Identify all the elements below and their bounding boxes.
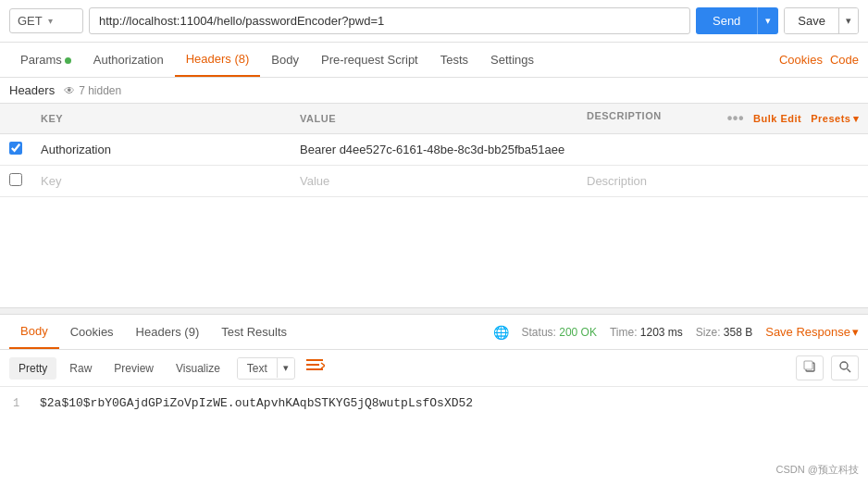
tab-authorization[interactable]: Authorization: [82, 44, 175, 76]
top-bar: GET ▾ Send ▾ Save ▾: [0, 0, 868, 43]
request-tabs: Params Authorization Headers (8) Body Pr…: [0, 43, 868, 78]
method-select[interactable]: GET ▾: [9, 8, 83, 33]
save-response-button[interactable]: Save Response ▾: [765, 325, 859, 339]
svg-rect-1: [306, 364, 319, 366]
params-dot: [65, 57, 71, 64]
save-response-chevron-icon: ▾: [852, 325, 859, 339]
hidden-count: 7 hidden: [79, 84, 121, 97]
text-select-dropdown[interactable]: ▾: [277, 358, 294, 378]
watermark: CSDN @预立科技: [776, 463, 859, 477]
resp-tab-test-results[interactable]: Test Results: [210, 316, 298, 348]
resp-tab-body[interactable]: Body: [9, 315, 59, 349]
format-visualize[interactable]: Visualize: [167, 357, 229, 380]
svg-line-6: [848, 369, 851, 373]
send-button[interactable]: Send: [696, 7, 757, 34]
row-checkbox[interactable]: [9, 142, 22, 155]
response-body: 1 $2a$10$rbY0GAjdGPiZoVpIzWE.outApvhKAqb…: [0, 387, 868, 442]
resp-tab-cookies[interactable]: Cookies: [59, 316, 125, 348]
th-key: KEY: [31, 104, 291, 134]
cookies-link[interactable]: Cookies: [779, 53, 823, 67]
response-status-area: 🌐 Status: 200 OK Time: 1203 ms Size: 358…: [493, 325, 859, 340]
presets-chevron-icon: ▾: [853, 113, 860, 125]
empty-row-key[interactable]: Key: [31, 166, 291, 197]
row-value: Bearer d4ee527c-6161-48be-8c3d-bb25fba51…: [291, 134, 577, 166]
tab-pre-request[interactable]: Pre-request Script: [310, 44, 429, 76]
send-btn-group: Send ▾: [696, 7, 778, 34]
resp-tab-headers[interactable]: Headers (9): [125, 316, 211, 348]
response-value: $2a$10$rbY0GAjdGPiZoVpIzWE.outApvhKAqbST…: [40, 396, 473, 410]
response-toolbar: Pretty Raw Preview Visualize Text ▾: [0, 350, 868, 387]
row-key: Authorization: [31, 134, 291, 166]
table-header-row: KEY VALUE DESCRIPTION ••• Bulk Edit Pres…: [0, 104, 868, 134]
th-value: VALUE: [291, 104, 577, 134]
empty-row-description[interactable]: Description: [577, 166, 868, 197]
empty-row-checkbox-cell: [0, 166, 31, 197]
svg-rect-4: [804, 361, 812, 369]
headers-label: Headers: [9, 83, 55, 97]
code-link[interactable]: Code: [830, 53, 859, 67]
row-description: [577, 134, 868, 166]
format-raw[interactable]: Raw: [60, 357, 101, 380]
tab-params[interactable]: Params: [9, 44, 82, 76]
response-actions: [796, 355, 859, 380]
request-tab-right-links: Cookies Code: [779, 53, 859, 67]
empty-row-checkbox[interactable]: [9, 173, 22, 186]
status-ok: 200 OK: [559, 326, 597, 339]
response-tabs: Body Cookies Headers (9) Test Results 🌐 …: [0, 315, 868, 350]
save-button[interactable]: Save: [785, 8, 838, 33]
headers-table: KEY VALUE DESCRIPTION ••• Bulk Edit Pres…: [0, 104, 868, 197]
response-body-container: 1 $2a$10$rbY0GAjdGPiZoVpIzWE.outApvhKAqb…: [0, 387, 868, 442]
time-label: Time: 1203 ms: [610, 326, 683, 339]
svg-rect-2: [306, 368, 323, 370]
text-select-button[interactable]: Text: [238, 358, 277, 379]
search-response-button[interactable]: [831, 355, 859, 380]
presets-button[interactable]: Presets ▾: [811, 113, 859, 125]
tab-headers[interactable]: Headers (8): [175, 43, 261, 77]
bulk-edit-button[interactable]: Bulk Edit: [753, 113, 801, 124]
svg-point-5: [840, 362, 848, 369]
hidden-badge: 👁 7 hidden: [64, 84, 121, 97]
tab-settings[interactable]: Settings: [479, 44, 545, 76]
save-dropdown-button[interactable]: ▾: [838, 8, 858, 33]
method-text: GET: [18, 14, 43, 28]
table-row-empty: Key Value Description: [0, 166, 868, 197]
tab-body[interactable]: Body: [260, 44, 310, 76]
section-divider: [0, 307, 868, 315]
wrap-icon[interactable]: [306, 357, 325, 379]
status-label: Status: 200 OK: [522, 326, 597, 339]
th-description: DESCRIPTION ••• Bulk Edit Presets ▾: [577, 104, 868, 134]
globe-icon[interactable]: 🌐: [493, 325, 509, 340]
eye-icon: 👁: [64, 84, 75, 97]
text-select-group: Text ▾: [237, 357, 295, 380]
headers-section-bar: Headers 👁 7 hidden: [0, 78, 868, 104]
save-btn-group: Save ▾: [784, 7, 859, 34]
format-pretty[interactable]: Pretty: [9, 357, 56, 380]
send-dropdown-button[interactable]: ▾: [757, 7, 778, 34]
tab-tests[interactable]: Tests: [429, 44, 479, 76]
table-row: Authorization Bearer d4ee527c-6161-48be-…: [0, 134, 868, 166]
line-number: 1: [13, 397, 19, 410]
th-checkbox: [0, 104, 31, 134]
headers-table-area: KEY VALUE DESCRIPTION ••• Bulk Edit Pres…: [0, 104, 868, 307]
copy-response-button[interactable]: [796, 355, 824, 380]
row-checkbox-cell: [0, 134, 31, 166]
url-input[interactable]: [89, 7, 690, 34]
svg-rect-0: [306, 359, 323, 361]
size-label: Size: 358 B: [696, 326, 752, 339]
empty-row-value[interactable]: Value: [291, 166, 577, 197]
method-chevron-icon: ▾: [48, 16, 53, 26]
more-options-icon[interactable]: •••: [727, 110, 744, 127]
format-preview[interactable]: Preview: [105, 357, 163, 380]
